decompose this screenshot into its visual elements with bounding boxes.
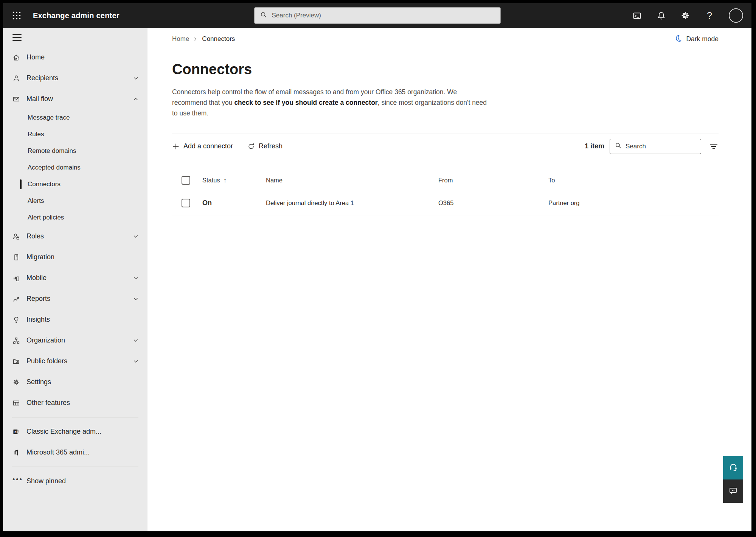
list-search-box[interactable] (610, 139, 701, 154)
sidebar-item-settings[interactable]: Settings (3, 372, 147, 392)
sidebar-item-label: Alerts (28, 197, 44, 205)
connectors-table: Status ↑ Name From To On Deliver journal… (172, 170, 719, 215)
support-button[interactable] (723, 456, 743, 479)
table-header-row: Status ↑ Name From To (172, 170, 719, 191)
top-app-bar: Exchange admin center ? (3, 3, 751, 28)
column-header-name[interactable]: Name (266, 177, 438, 184)
cell-from: O365 (438, 199, 548, 207)
breadcrumb: Home Connectors (172, 35, 235, 43)
global-search-box[interactable] (254, 7, 501, 24)
sidebar-item-label: Show pinned (26, 477, 66, 485)
chevron-down-icon (132, 358, 139, 365)
feedback-button[interactable] (723, 479, 743, 503)
moon-icon (674, 34, 682, 44)
sidebar-item-migration[interactable]: Migration (3, 247, 147, 268)
sidebar-item-label: Alert policies (28, 214, 64, 221)
dark-mode-toggle[interactable]: Dark mode (674, 34, 719, 44)
svg-text:E: E (14, 430, 17, 434)
page-description: Connectors help control the flow of emai… (172, 87, 493, 118)
refresh-button[interactable]: Refresh (247, 142, 283, 150)
chevron-down-icon (132, 233, 139, 240)
folder-globe-icon (12, 358, 20, 365)
table-grid-icon (12, 399, 20, 407)
breadcrumb-current: Connectors (202, 35, 235, 43)
sidebar-item-insights[interactable]: Insights (3, 309, 147, 330)
sidebar-item-recipients[interactable]: Recipients (3, 68, 147, 89)
envelope-icon (12, 95, 20, 103)
sidebar-item-label: Roles (26, 232, 44, 240)
sidebar-item-connectors[interactable]: Connectors (3, 176, 147, 193)
document-arrow-icon (12, 254, 20, 261)
chevron-down-icon (132, 75, 139, 82)
sidebar-item-alert-policies[interactable]: Alert policies (3, 209, 147, 226)
column-header-status[interactable]: Status ↑ (202, 177, 266, 184)
sidebar-item-label: Microsoft 365 admi... (26, 448, 90, 456)
topbar-actions: ? (632, 8, 743, 23)
sidebar-item-other-features[interactable]: Other features (3, 392, 147, 413)
row-checkbox[interactable] (182, 199, 190, 207)
line-chart-icon (12, 295, 20, 303)
description-link[interactable]: check to see if you should create a conn… (234, 99, 377, 106)
account-avatar[interactable] (729, 8, 743, 23)
sidebar-item-rules[interactable]: Rules (3, 126, 147, 143)
search-icon (260, 11, 267, 20)
sidebar-item-m365-admin[interactable]: Microsoft 365 admi... (3, 442, 147, 463)
page-title: Connectors (172, 61, 719, 78)
column-header-from[interactable]: From (438, 177, 548, 184)
column-header-to[interactable]: To (548, 177, 719, 184)
notifications-bell-icon[interactable] (656, 11, 666, 20)
headset-icon (728, 462, 738, 473)
sidebar-item-label: Connectors (28, 181, 61, 188)
cloud-shell-icon[interactable] (632, 11, 642, 20)
sidebar-item-label: Migration (26, 253, 54, 261)
sidebar-item-alerts[interactable]: Alerts (3, 193, 147, 209)
sidebar-item-reports[interactable]: Reports (3, 288, 147, 309)
cell-to: Partner org (548, 199, 719, 207)
chat-bubble-icon (728, 486, 738, 497)
help-icon[interactable]: ? (705, 11, 714, 20)
sidebar-divider (12, 417, 138, 417)
cell-name[interactable]: Deliver journal directly to Area 1 (266, 199, 438, 207)
filter-icon[interactable] (709, 142, 719, 151)
item-count: 1 item (585, 142, 604, 150)
sidebar-item-remote-domains[interactable]: Remote domains (3, 143, 147, 159)
lightbulb-icon (12, 316, 20, 324)
sidebar-item-public-folders[interactable]: Public folders (3, 351, 147, 372)
plus-icon (172, 143, 180, 150)
person-briefcase-icon (12, 233, 20, 240)
add-connector-button[interactable]: Add a connector (172, 142, 233, 150)
sidebar-item-label: Settings (26, 378, 51, 386)
chart-phone-icon (12, 274, 20, 282)
search-icon (615, 142, 622, 151)
sidebar-item-organization[interactable]: Organization (3, 330, 147, 351)
sidebar-item-accepted-domains[interactable]: Accepted domains (3, 159, 147, 176)
column-label: Name (266, 177, 283, 184)
nav-collapse-icon[interactable] (12, 34, 22, 41)
sidebar-item-home[interactable]: Home (3, 47, 147, 68)
ellipsis-icon: ••• (12, 478, 20, 485)
sidebar-item-label: Organization (26, 336, 65, 344)
sidebar-item-classic-exchange[interactable]: E Classic Exchange adm... (3, 421, 147, 442)
floating-help-buttons (723, 456, 743, 503)
sidebar-divider (12, 467, 138, 467)
classic-exchange-icon: E (12, 428, 20, 436)
sidebar-item-mail-flow[interactable]: Mail flow (3, 89, 147, 109)
sidebar-item-mobile[interactable]: Mobile (3, 268, 147, 288)
command-bar: Add a connector Refresh 1 item (172, 134, 719, 159)
exchange-admin-window: Exchange admin center ? (3, 3, 751, 531)
table-row[interactable]: On Deliver journal directly to Area 1 O3… (172, 191, 719, 215)
left-navigation: Home Recipients Mail flow Message trace … (3, 28, 147, 531)
global-search-input[interactable] (272, 12, 495, 19)
app-launcher-icon[interactable] (11, 10, 22, 21)
sort-ascending-icon: ↑ (224, 177, 227, 184)
list-search-input[interactable] (626, 143, 709, 150)
breadcrumb-home-link[interactable]: Home (172, 35, 189, 43)
select-all-checkbox[interactable] (182, 176, 190, 185)
sidebar-item-show-pinned[interactable]: ••• Show pinned (3, 471, 147, 492)
settings-gear-icon[interactable] (680, 11, 690, 20)
sidebar-item-label: Mobile (26, 274, 47, 282)
chevron-up-icon (132, 96, 139, 103)
sidebar-item-label: Public folders (26, 357, 67, 365)
sidebar-item-roles[interactable]: Roles (3, 226, 147, 247)
sidebar-item-message-trace[interactable]: Message trace (3, 109, 147, 126)
